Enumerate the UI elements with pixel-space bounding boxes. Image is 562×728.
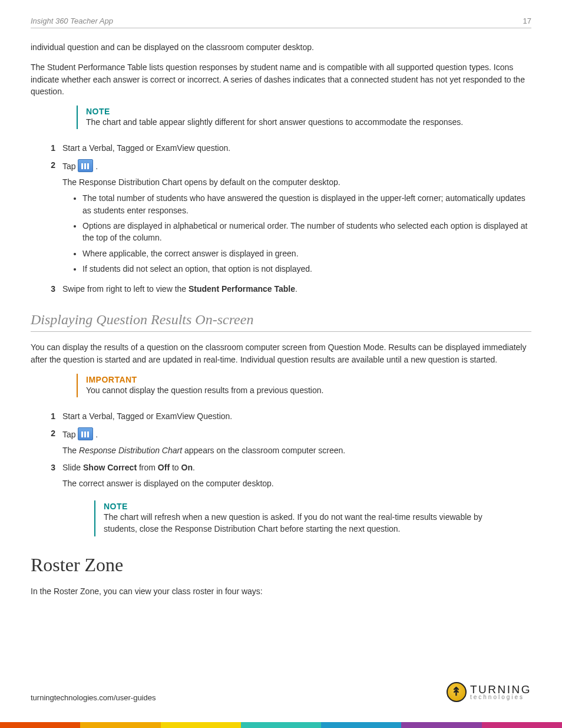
page-number: 17 — [523, 17, 531, 25]
step-1: 1 Start a Verbal, Tagged or ExamView que… — [31, 142, 531, 154]
step-number: 1 — [45, 142, 62, 154]
section-heading-displaying: Displaying Question Results On-screen — [31, 312, 531, 332]
step-number: 3 — [45, 462, 62, 490]
brand-logo: TURNING technologies — [447, 682, 531, 702]
note-body: The chart and table appear slightly diff… — [86, 116, 495, 128]
step-text: Slide Show Correct from Off to On. The c… — [62, 462, 531, 490]
steps-list-2: 1 Start a Verbal, Tagged or ExamView Que… — [31, 410, 531, 490]
step-3: 3 Swipe from right to left to view the S… — [31, 283, 531, 295]
step-number: 1 — [45, 410, 62, 423]
brand-name-bottom: technologies — [470, 694, 531, 700]
step-number: 3 — [45, 283, 62, 295]
doc-title: Insight 360 Teacher App — [31, 17, 113, 25]
page-footer: turningtechnologies.com/user-guides TURN… — [31, 682, 531, 702]
step-text: Tap . The Response Distribution Chart ap… — [62, 427, 531, 457]
step-sub: The correct answer is displayed on the c… — [62, 477, 531, 490]
step-2: 2 Tap . The Response Distribution Chart … — [31, 159, 531, 278]
note-body: The chart will refresh when a new questi… — [104, 511, 513, 535]
step-sub: The Response Distribution Chart appears … — [62, 444, 531, 457]
section3-intro: In the Roster Zone, you can view your cl… — [31, 585, 531, 597]
step-text: Start a Verbal, Tagged or ExamView quest… — [62, 142, 531, 154]
footer-color-bar — [0, 722, 562, 728]
section2-intro: You can display the results of a questio… — [31, 341, 531, 365]
step-number: 2 — [45, 427, 62, 457]
step-number: 2 — [45, 159, 62, 278]
bullet: Where applicable, the correct answer is … — [82, 248, 531, 259]
step-text: Start a Verbal, Tagged or ExamView Quest… — [62, 410, 531, 423]
brand-name-top: TURNING — [470, 684, 531, 694]
note-title: NOTE — [104, 502, 513, 511]
intro-paragraph-2: The Student Performance Table lists ques… — [31, 61, 531, 97]
note-callout-2: NOTE The chart will refresh when a new q… — [94, 500, 518, 536]
chart-icon — [78, 427, 93, 440]
step-text: Swipe from right to left to view the Stu… — [62, 283, 531, 295]
note-title: NOTE — [86, 107, 495, 116]
note-callout-1: NOTE The chart and table appear slightly… — [77, 106, 501, 129]
bullet: The total number of students who have an… — [82, 192, 531, 216]
step-text: Tap . The Response Distribution Chart op… — [62, 159, 531, 278]
important-body: You cannot display the question results … — [86, 384, 495, 396]
logo-icon — [447, 682, 467, 702]
section-heading-roster-zone: Roster Zone — [31, 554, 531, 576]
bullet: Options are displayed in alphabetical or… — [82, 220, 531, 244]
sub-bullets: The total number of students who have an… — [82, 192, 531, 275]
page-header: Insight 360 Teacher App 17 — [31, 17, 531, 28]
step-3: 3 Slide Show Correct from Off to On. The… — [31, 462, 531, 490]
important-callout: IMPORTANT You cannot display the questio… — [77, 374, 501, 397]
steps-list-1: 1 Start a Verbal, Tagged or ExamView que… — [31, 142, 531, 295]
intro-paragraph-1: individual question and can be displayed… — [31, 41, 531, 53]
step-1: 1 Start a Verbal, Tagged or ExamView Que… — [31, 410, 531, 423]
chart-icon — [78, 159, 93, 172]
important-title: IMPORTANT — [86, 375, 495, 384]
bullet: If students did not select an option, th… — [82, 263, 531, 275]
footer-url: turningtechnologies.com/user-guides — [31, 693, 156, 702]
step-sub-intro: The Response Distribution Chart opens by… — [62, 176, 531, 189]
step-2: 2 Tap . The Response Distribution Chart … — [31, 427, 531, 457]
